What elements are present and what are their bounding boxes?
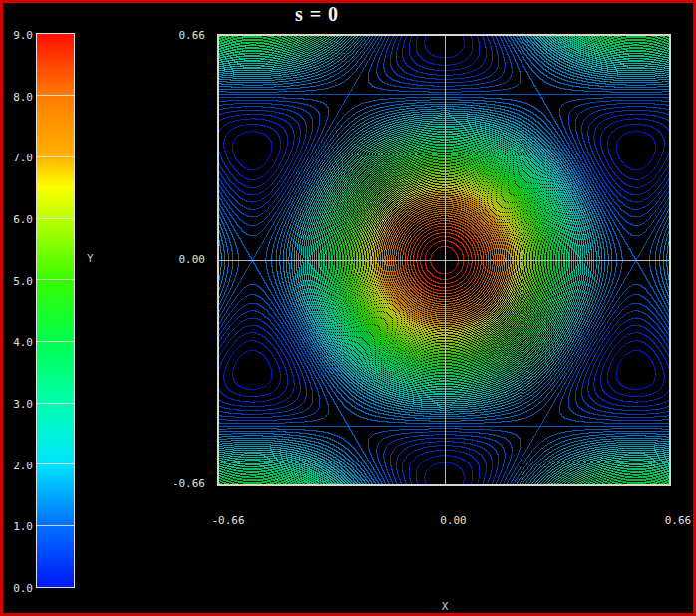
colorbar-tick-label: 2.0 [5, 461, 33, 472]
colorbar-tick-line [37, 341, 74, 342]
colorbar-tick-label: 7.0 [5, 153, 33, 164]
plot-title: s = 0 [168, 3, 467, 26]
x-tick-label: -0.66 [196, 515, 260, 527]
colorbar-tick-label: 0.0 [5, 583, 33, 595]
colorbar-tick-line [37, 218, 74, 219]
colorbar-tick-label: 6.0 [5, 214, 33, 226]
x-tick-label: 0.66 [646, 515, 696, 527]
colorbar-gradient [37, 34, 74, 587]
colorbar-tick-line [37, 156, 74, 157]
y-axis-label: Y [87, 252, 94, 265]
x-tick-label: 0.00 [422, 515, 486, 527]
colorbar-tick-label: 3.0 [5, 399, 33, 411]
colorbar-tick-line [37, 279, 74, 280]
x-axis-label: X [425, 600, 465, 613]
colorbar-tick-label: 1.0 [5, 521, 33, 533]
y-tick-label: -0.66 [123, 478, 205, 490]
contour-plot-canvas [217, 34, 671, 486]
colorbar-tick-line [37, 463, 74, 464]
y-tick-label: 0.66 [123, 30, 205, 42]
plot-window: s = 0 9.08.07.06.05.04.03.02.01.00.0 Y 0… [0, 0, 696, 616]
colorbar-tick-label: 8.0 [5, 92, 33, 104]
colorbar-tick-line [37, 95, 74, 96]
y-tick-label: 0.00 [123, 254, 205, 266]
colorbar-tick-label: 9.0 [5, 30, 33, 42]
colorbar-tick-label: 5.0 [5, 276, 33, 288]
colorbar-tick-label: 4.0 [5, 337, 33, 349]
colorbar [36, 33, 75, 588]
colorbar-tick-line [37, 403, 74, 404]
colorbar-tick-line [37, 525, 74, 526]
